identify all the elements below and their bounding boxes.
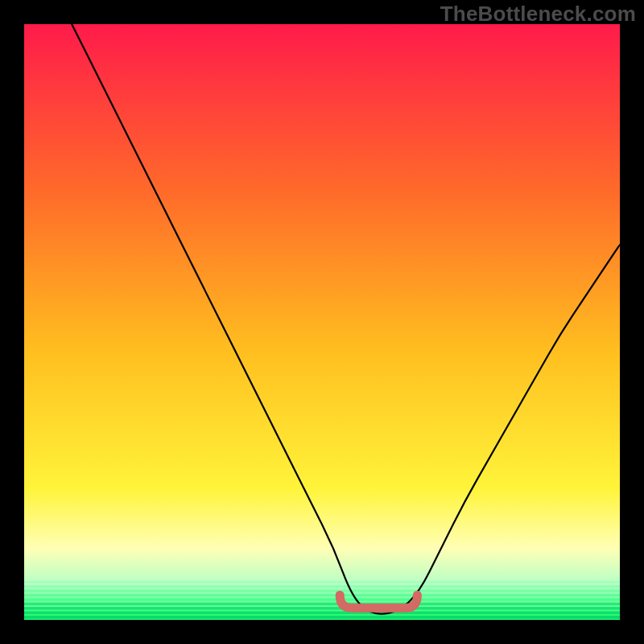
svg-rect-6 (24, 607, 620, 610)
green-stripe-band (24, 581, 620, 620)
chart-frame: TheBottleneck.com (0, 0, 644, 644)
svg-rect-5 (24, 603, 620, 605)
plot-area (24, 24, 620, 620)
svg-rect-4 (24, 598, 620, 601)
chart-svg (24, 24, 620, 620)
attribution-label: TheBottleneck.com (440, 2, 636, 27)
svg-rect-7 (24, 611, 620, 614)
svg-rect-8 (24, 616, 620, 619)
gradient-background (24, 24, 620, 620)
svg-rect-2 (24, 590, 620, 592)
svg-rect-0 (24, 581, 620, 583)
svg-rect-3 (24, 594, 620, 597)
svg-rect-1 (24, 585, 620, 587)
